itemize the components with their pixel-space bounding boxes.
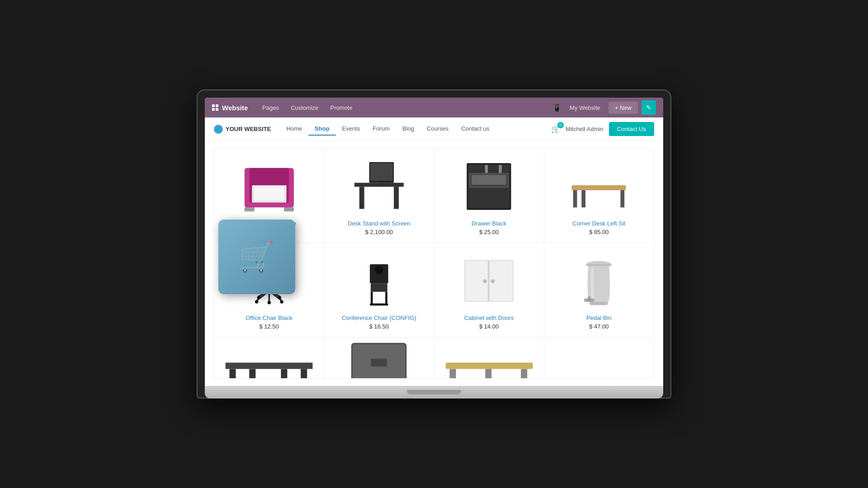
product-price: $ 47.00: [589, 323, 609, 330]
admin-nav: Pages Customize Promote: [257, 102, 358, 114]
grid-icon: [212, 104, 218, 111]
svg-rect-3: [254, 187, 283, 201]
svg-rect-5: [284, 207, 294, 211]
menu-home[interactable]: Home: [280, 122, 308, 136]
product-price: $ 25.00: [479, 229, 499, 235]
admin-nav-customize[interactable]: Customize: [285, 102, 324, 114]
svg-point-32: [255, 300, 258, 303]
svg-rect-68: [449, 369, 456, 378]
svg-rect-46: [385, 292, 387, 305]
menu-events[interactable]: Events: [336, 122, 367, 136]
product-card-row3-3[interactable]: [434, 338, 544, 378]
product-image: [442, 156, 537, 215]
svg-rect-63: [281, 369, 287, 378]
svg-rect-18: [499, 165, 502, 173]
svg-rect-21: [621, 190, 625, 207]
product-card-row3-4[interactable]: [544, 338, 654, 378]
svg-point-34: [267, 301, 270, 304]
product-card-desk-stand[interactable]: Desk Stand with Screen $ 2,100.00: [324, 149, 434, 243]
product-name: Corner Desk Left Sit: [572, 220, 625, 227]
product-name: Cabinet with Doors: [464, 314, 514, 321]
svg-rect-67: [445, 363, 533, 369]
product-name: Desk Stand with Screen: [348, 220, 410, 227]
svg-rect-47: [370, 304, 388, 306]
cart-button[interactable]: 🛒 0: [551, 125, 560, 133]
svg-rect-66: [371, 359, 387, 367]
product-price: $ 2,100.00: [365, 229, 393, 235]
admin-nav-promote[interactable]: Promote: [325, 102, 358, 114]
menu-shop[interactable]: Shop: [308, 122, 336, 136]
site-menu: Home Shop Events Forum Blog Courses Cont…: [280, 122, 495, 136]
product-card-conf-chair[interactable]: Conference Chair (CONFIG) $ 16.50: [324, 243, 434, 337]
product-name: Office Chair Black: [245, 314, 292, 321]
product-price: $ 14.00: [479, 323, 499, 330]
site-navigation: 🌐 YOUR WEBSITE Home Shop Events Forum Bl…: [205, 117, 663, 141]
menu-forum[interactable]: Forum: [366, 122, 396, 136]
svg-rect-69: [521, 369, 527, 378]
cart-overlay-icon: 🛒: [218, 220, 295, 294]
svg-rect-44: [371, 283, 387, 291]
svg-rect-70: [485, 369, 491, 378]
menu-blog[interactable]: Blog: [396, 122, 420, 136]
svg-rect-62: [249, 369, 255, 378]
admin-nav-pages[interactable]: Pages: [257, 102, 284, 114]
site-logo[interactable]: 🌐 YOUR WEBSITE: [214, 125, 271, 134]
svg-rect-59: [226, 363, 313, 369]
product-name: Conference Chair (CONFIG): [342, 314, 416, 321]
product-image: [552, 156, 646, 215]
laptop-base: [205, 386, 663, 399]
edit-button[interactable]: ✎: [642, 100, 656, 115]
admin-toolbar: Website Pages Customize Promote 📱 My Web…: [205, 98, 663, 117]
product-name: Drawer Black: [472, 220, 506, 227]
site-nav-right: 🛒 0 Mitchell Admin Contact Us: [551, 122, 654, 136]
admin-bar-right: 📱 My Website + New ✎: [552, 100, 656, 115]
svg-point-52: [483, 279, 487, 283]
contact-us-button[interactable]: Contact Us: [609, 122, 654, 136]
svg-rect-4: [245, 207, 255, 211]
new-button[interactable]: + New: [609, 102, 638, 114]
product-card-drawer[interactable]: Drawer Black $ 25.00: [434, 149, 544, 243]
product-card-cabinet[interactable]: Cabinet with Doors $ 14.00: [434, 243, 544, 337]
svg-rect-17: [485, 165, 488, 173]
my-website-button[interactable]: My Website: [565, 103, 605, 113]
svg-rect-60: [230, 369, 236, 378]
globe-icon: 🌐: [214, 125, 223, 134]
product-card-row3-2[interactable]: [324, 338, 434, 378]
menu-contact[interactable]: Contact us: [455, 122, 495, 136]
product-image: [222, 345, 316, 378]
product-image: [442, 345, 537, 378]
svg-point-53: [491, 279, 495, 283]
svg-rect-10: [370, 163, 393, 181]
product-card-pedal-bin[interactable]: Pedal Bin $ 47.00: [544, 243, 654, 337]
svg-rect-45: [371, 292, 373, 305]
product-price: $ 12.50: [259, 323, 278, 330]
svg-rect-20: [573, 190, 577, 207]
svg-point-43: [375, 266, 383, 274]
product-image: [222, 156, 316, 215]
menu-courses[interactable]: Courses: [420, 122, 455, 136]
svg-point-35: [257, 296, 260, 299]
laptop-notch: [407, 390, 461, 394]
product-image: [442, 250, 537, 309]
cart-badge: 0: [557, 122, 564, 128]
svg-rect-61: [301, 369, 307, 378]
admin-logo[interactable]: Website: [212, 104, 248, 112]
product-image: [331, 250, 426, 309]
svg-rect-22: [582, 190, 586, 207]
product-name: Pedal Bin: [586, 314, 612, 321]
mobile-icon[interactable]: 📱: [552, 103, 561, 112]
svg-point-36: [278, 296, 281, 299]
svg-rect-55: [586, 264, 611, 266]
svg-rect-56: [590, 302, 609, 305]
svg-rect-8: [394, 187, 399, 209]
product-image: [331, 345, 426, 378]
product-card-row3-1[interactable]: [214, 338, 324, 378]
product-image: [331, 156, 426, 215]
user-menu-button[interactable]: Mitchell Admin: [566, 126, 604, 132]
svg-rect-58: [588, 296, 591, 301]
product-image: [552, 250, 646, 309]
svg-point-33: [280, 300, 283, 303]
admin-logo-text: Website: [222, 104, 248, 112]
product-card-corner-desk[interactable]: Corner Desk Left Sit $ 85.00: [544, 149, 654, 243]
svg-rect-11: [379, 183, 383, 187]
